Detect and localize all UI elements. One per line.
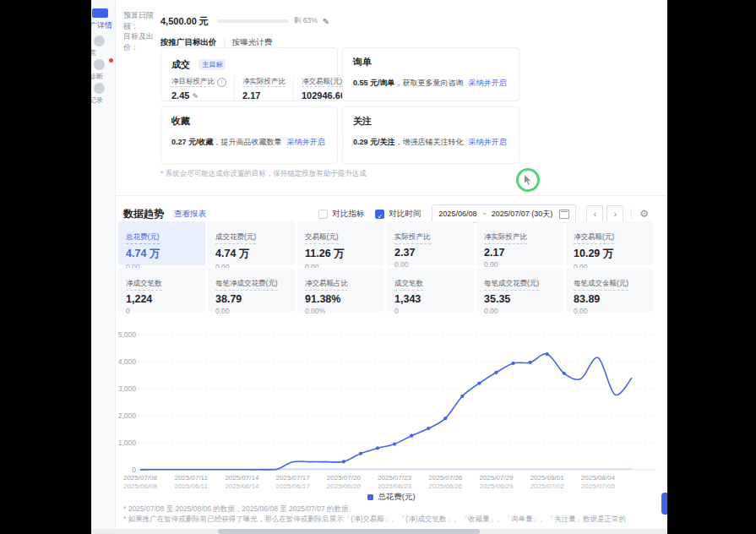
compare-time-checkbox[interactable]: ✓ xyxy=(375,210,384,219)
adopt-enable-link[interactable]: 采纳并开启 xyxy=(469,79,507,87)
metric-card[interactable]: 交易额(元)11.26 万0.00 xyxy=(297,221,384,265)
metric-card-label: 每笔净成交花费(元) xyxy=(215,279,278,291)
primary-goal-badge: 主目标 xyxy=(199,59,226,70)
metric-card-value: 11.26 万 xyxy=(305,247,377,261)
svg-text:2025/07/17: 2025/07/17 xyxy=(276,474,311,482)
scrollbar-thumb[interactable] xyxy=(218,529,480,534)
svg-text:1,000: 1,000 xyxy=(118,439,137,447)
metric-card-label: 每笔成交金额(元) xyxy=(574,279,628,291)
goal-metric-target-roi: 净目标投产比i 2.45✎ xyxy=(171,77,235,101)
metric-card-value: 91.38% xyxy=(305,293,377,305)
svg-text:2025/07/29: 2025/07/29 xyxy=(479,474,514,482)
metric-card-compare-value: 0.00 xyxy=(574,307,645,315)
view-report-link[interactable]: 查看报表 xyxy=(174,209,206,220)
metric-card[interactable]: 总花费(元)4.74 万0.00 xyxy=(118,221,205,265)
next-period-button[interactable]: › xyxy=(606,205,623,222)
metric-card[interactable]: 成交笔数1,3430 xyxy=(387,268,474,312)
compare-metric-toggle[interactable]: ✓ 对比指标 xyxy=(318,209,364,220)
svg-text:2025/07/20: 2025/07/20 xyxy=(327,474,362,482)
metric-card-value: 38.79 xyxy=(215,293,287,305)
metric-card-value: 35.35 xyxy=(484,293,556,305)
svg-text:2025/07/26: 2025/07/26 xyxy=(428,474,463,482)
goal-card-title: 成交 xyxy=(171,59,190,69)
metric-card[interactable]: 净成交笔数1,2240 xyxy=(118,268,205,312)
metric-card-compare-value: 0.00 xyxy=(484,307,556,315)
roi-edit-icon[interactable]: ✎ xyxy=(192,92,199,101)
chart-legend[interactable]: 总花费(元) xyxy=(116,492,667,503)
compare-time-toggle[interactable]: ✓ 对比时间 xyxy=(375,209,421,220)
budget-progress-bar xyxy=(217,19,289,23)
metric-card-label: 净交易额占比 xyxy=(305,279,348,291)
svg-text:2025/06/20: 2025/06/20 xyxy=(327,482,362,490)
metric-card[interactable]: 每笔成交花费(元)35.350.00 xyxy=(476,268,563,312)
side-toolbar: 广详情 意 诊断 记录 xyxy=(91,0,116,534)
goal-metric-actual-roi: 净实际投产比 2.17 xyxy=(242,77,294,101)
svg-text:5,000: 5,000 xyxy=(118,330,137,339)
side-tool-item-history[interactable]: 记录 xyxy=(91,83,115,105)
compare-metric-checkbox[interactable]: ✓ xyxy=(318,210,328,219)
metric-card-value: 83.89 xyxy=(574,293,645,305)
metric-card[interactable]: 每笔成交金额(元)83.890.00 xyxy=(566,268,653,312)
tab-bid-by-impression[interactable]: 按曝光计费 xyxy=(232,37,273,48)
date-range-input[interactable]: 2025/06/08 ~ 2025/07/07 (30天) xyxy=(432,204,576,223)
budget-remaining: 剩 63% xyxy=(294,16,318,26)
metric-card-label: 总花费(元) xyxy=(126,232,160,244)
svg-text:2025/07/08: 2025/07/08 xyxy=(123,474,158,482)
metric-card-value: 2.37 xyxy=(394,247,466,259)
horizontal-scrollbar xyxy=(91,529,667,534)
prev-period-button[interactable]: ‹ xyxy=(586,205,603,222)
svg-text:2025/08/01: 2025/08/01 xyxy=(530,474,565,482)
adopt-enable-link[interactable]: 采纳并开启 xyxy=(469,138,507,146)
metric-card-value: 2.17 xyxy=(484,247,556,259)
date-start: 2025/06/08 xyxy=(438,210,476,218)
svg-text:2025/06/29: 2025/06/29 xyxy=(479,482,514,490)
main-panel: 预算日限额： 4,500.00 元 剩 63% ✎ 目标及出价： 按推广目标出价… xyxy=(116,0,667,534)
svg-text:3,000: 3,000 xyxy=(118,384,137,393)
metric-card-compare-value: 0.00% xyxy=(305,307,377,315)
svg-text:2025/06/11: 2025/06/11 xyxy=(174,482,208,490)
adopt-enable-link[interactable]: 采纳并开启 xyxy=(287,138,325,146)
info-icon[interactable]: i xyxy=(217,78,226,87)
svg-text:4,000: 4,000 xyxy=(118,357,137,366)
metric-card-compare-value: 0 xyxy=(394,307,466,315)
side-float-button[interactable] xyxy=(661,493,667,515)
calendar-icon xyxy=(559,210,569,219)
budget-edit-icon[interactable]: ✎ xyxy=(323,17,329,26)
notification-dot xyxy=(109,58,113,63)
metric-card-label: 净实际投产比 xyxy=(484,232,527,244)
goal-cards: 成交 主目标 净目标投产比i 2.45✎ 净实际投产比 2.17 xyxy=(160,47,519,164)
metric-card[interactable]: 净交易额(元)10.29 万0.00 xyxy=(566,221,653,265)
footnote-1: * 2025/07/08 至 2025/08/06 的数据；2025/06/08… xyxy=(123,504,349,515)
diagnosis-icon xyxy=(94,59,105,70)
metric-card[interactable]: 净交易额占比91.38%0.00% xyxy=(297,268,384,312)
metric-card[interactable]: 实际投产比2.370.00 xyxy=(387,221,474,265)
svg-text:2025/07/14: 2025/07/14 xyxy=(225,474,259,482)
metric-card-label: 净交易额(元) xyxy=(574,232,614,244)
metric-card-label: 交易额(元) xyxy=(305,232,339,244)
metric-card[interactable]: 成交花费(元)4.74 万0.00 xyxy=(208,221,295,265)
goal-card-follow: 关注 0.29 元/关注，增强店铺关注转化采纳并开启 xyxy=(342,106,519,164)
metric-card-value: 4.74 万 xyxy=(215,247,287,261)
gear-icon[interactable]: ⚙ xyxy=(639,208,649,220)
tool-icon xyxy=(94,35,105,46)
goal-card-deal: 成交 主目标 净目标投产比i 2.45✎ 净实际投产比 2.17 xyxy=(160,47,338,101)
metric-card-value: 1,224 xyxy=(126,293,198,305)
tab-divider: | xyxy=(224,38,226,46)
side-tool-item-1[interactable]: 意 xyxy=(91,35,115,57)
metric-card[interactable]: 每笔净成交花费(元)38.790.00 xyxy=(208,268,295,312)
svg-text:2025/08/04: 2025/08/04 xyxy=(581,474,616,482)
svg-text:2025/06/26: 2025/06/26 xyxy=(428,482,463,490)
metric-card-label: 每笔成交花费(元) xyxy=(484,279,539,291)
trend-title: 数据趋势 xyxy=(123,207,164,221)
metric-card-label: 成交笔数 xyxy=(394,279,423,291)
promo-detail-label[interactable]: 广详情 xyxy=(91,20,112,31)
goal-card-favorite: 收藏 0.27 元/收藏，提升商品收藏数量采纳并开启 xyxy=(160,106,338,164)
trend-line-chart: 01,0002,0003,0004,0005,0002025/07/082025… xyxy=(116,326,667,493)
metric-card-label: 实际投产比 xyxy=(394,232,431,244)
metric-card-compare-value: 0 xyxy=(126,307,198,315)
svg-text:2025/07/11: 2025/07/11 xyxy=(174,474,208,482)
side-toolbar-active-badge[interactable] xyxy=(92,8,108,18)
metric-card[interactable]: 净实际投产比2.170.00 xyxy=(476,221,563,265)
tab-bid-by-goal[interactable]: 按推广目标出价 xyxy=(160,37,217,48)
goal-bid-label: 目标及出价： xyxy=(123,31,160,53)
